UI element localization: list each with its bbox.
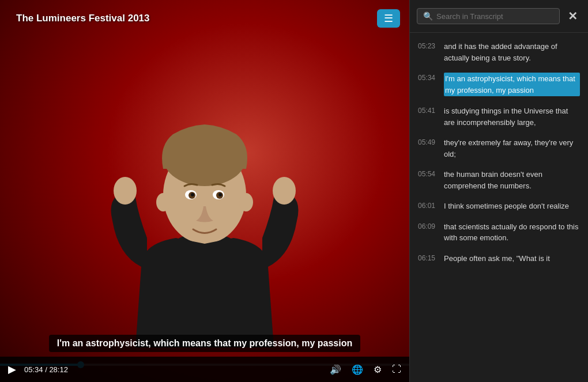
transcript-item[interactable]: 05:49they're extremely far away, they're… (410, 133, 588, 164)
transcript-item[interactable]: 06:15People often ask me, "What is it (410, 248, 588, 269)
transcript-text: I'm an astrophysicist, which means that … (444, 73, 580, 96)
transcript-timestamp: 05:54 (418, 169, 438, 191)
search-box[interactable]: 🔍 (417, 8, 560, 24)
transcript-timestamp: 05:41 (418, 105, 438, 128)
video-person (95, 105, 314, 347)
transcript-item[interactable]: 05:41is studying things in the Universe … (410, 101, 588, 133)
transcript-item[interactable]: 06:09that scientists actually do respond… (410, 217, 588, 248)
transcript-panel: 🔍 ✕ 05:23and it has the added advantage … (409, 0, 588, 382)
transcript-timestamp: 06:15 (418, 253, 438, 264)
transcript-icon: ☰ (384, 12, 393, 25)
transcript-text: and it has the added advantage of actual… (444, 41, 580, 63)
video-area: The Lumineers Festival 2013 ☰ I'm an ast… (0, 0, 409, 382)
main-area: The Lumineers Festival 2013 ☰ I'm an ast… (0, 0, 588, 382)
search-icon: 🔍 (423, 12, 433, 21)
transcript-item[interactable]: 05:23and it has the added advantage of a… (410, 36, 588, 68)
transcript-text: that scientists actually do respond to t… (444, 221, 580, 244)
transcript-text: People often ask me, "What is it (444, 253, 550, 264)
transcript-item[interactable]: 06:01I think sometimes people don't real… (410, 196, 588, 217)
transcript-text: the human brain doesn't even comprehend … (444, 169, 580, 191)
transcript-text: is studying things in the Universe that … (444, 105, 580, 128)
transcript-text: they're extremely far away, they're very… (444, 137, 580, 160)
player-container: The Lumineers Festival 2013 ☰ I'm an ast… (0, 0, 588, 382)
transcript-header: 🔍 ✕ (410, 0, 588, 33)
transcript-timestamp: 05:23 (418, 41, 438, 63)
language-button[interactable]: 🌐 (352, 364, 363, 375)
transcript-timestamp: 06:01 (418, 201, 438, 212)
svg-point-10 (191, 193, 194, 196)
video-controls: ▶ 05:34 / 28:12 🔊 🌐 ⚙ ⛶ (0, 357, 409, 382)
video-title: The Lumineers Festival 2013 (16, 13, 150, 24)
transcript-toggle-button[interactable]: ☰ (377, 9, 400, 28)
transcript-timestamp: 05:34 (418, 73, 438, 96)
subtitle-text: I'm an astrophysicist, which means that … (49, 335, 360, 352)
volume-button[interactable]: 🔊 (330, 364, 341, 375)
svg-point-13 (239, 193, 253, 211)
subtitle-bar: I'm an astrophysicist, which means that … (0, 335, 409, 352)
transcript-item[interactable]: 05:54the human brain doesn't even compre… (410, 164, 588, 196)
transcript-text: I think sometimes people don't realize (444, 201, 569, 212)
play-button[interactable]: ▶ (8, 363, 16, 376)
svg-point-3 (114, 177, 137, 205)
svg-point-11 (218, 193, 222, 196)
svg-point-12 (156, 193, 170, 211)
close-transcript-button[interactable]: ✕ (564, 8, 581, 24)
svg-point-4 (273, 177, 296, 205)
transcript-list: 05:23and it has the added advantage of a… (410, 33, 588, 382)
transcript-timestamp: 06:09 (418, 221, 438, 244)
fullscreen-button[interactable]: ⛶ (392, 364, 401, 375)
transcript-item[interactable]: 05:34I'm an astrophysicist, which means … (410, 68, 588, 101)
transcript-timestamp: 05:49 (418, 137, 438, 160)
controls-right: 🔊 🌐 ⚙ ⛶ (330, 364, 401, 375)
time-display: 05:34 / 28:12 (24, 365, 68, 374)
settings-button[interactable]: ⚙ (374, 364, 382, 375)
search-input[interactable] (436, 12, 553, 21)
